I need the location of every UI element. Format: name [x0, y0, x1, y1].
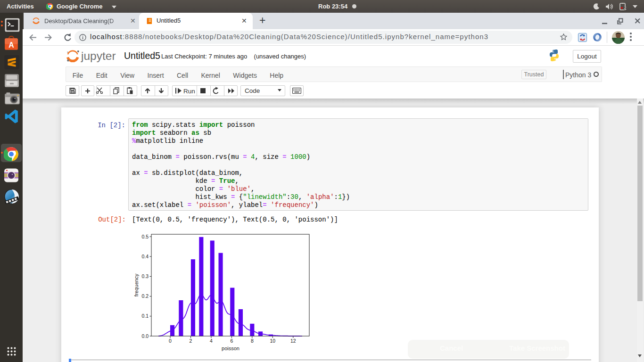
svg-text:frequency: frequency — [133, 273, 139, 296]
svg-text:0.5: 0.5 — [141, 234, 149, 239]
svg-text:0.4: 0.4 — [141, 254, 149, 259]
svg-text:2: 2 — [190, 338, 192, 344]
svg-text:12: 12 — [290, 338, 296, 344]
svg-text:0.0: 0.0 — [141, 333, 149, 339]
svg-text:Run: Run — [183, 88, 195, 95]
svg-text:A: A — [8, 41, 14, 49]
svg-text:4: 4 — [210, 338, 213, 344]
svg-text:0: 0 — [169, 338, 172, 344]
svg-text:0.2: 0.2 — [141, 293, 149, 299]
svg-text:8: 8 — [251, 338, 254, 344]
svg-text:poisson: poisson — [222, 346, 239, 351]
svg-text:0.1: 0.1 — [141, 313, 149, 319]
svg-text:jupyter: jupyter — [81, 49, 116, 62]
svg-text:0.3: 0.3 — [141, 273, 149, 279]
svg-text:10: 10 — [270, 338, 275, 344]
svg-text:6: 6 — [230, 338, 233, 344]
